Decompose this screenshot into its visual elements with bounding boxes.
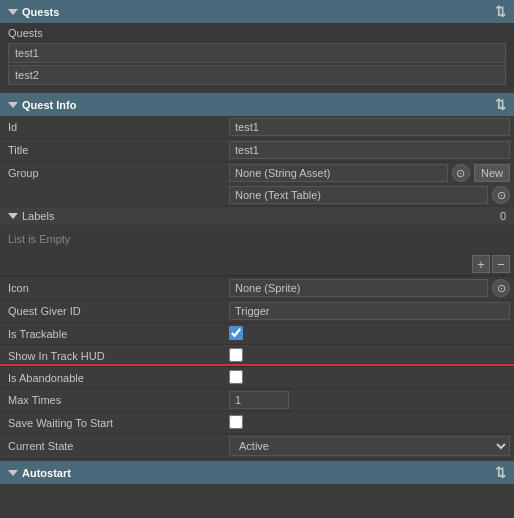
current-state-row: Current State Active [0,434,514,459]
show-in-track-hud-row: Show In Track HUD [0,345,514,367]
quest-info-sort-icon: ⇅ [495,97,506,112]
title-row: Title [0,139,514,162]
id-label: Id [0,118,225,136]
id-value [225,116,514,138]
quests-section-header[interactable]: Quests ⇅ [0,0,514,23]
title-label: Title [0,141,225,159]
labels-add-btn[interactable]: + [472,255,490,273]
save-waiting-to-start-value [225,413,514,433]
quest-giver-id-value [225,300,514,322]
group-text-table-text: None (Text Table) [229,186,488,204]
quest-item-1[interactable]: test1 [8,43,506,63]
show-in-track-hud-label: Show In Track HUD [0,347,225,365]
save-waiting-to-start-label: Save Waiting To Start [0,414,225,432]
max-times-value [225,389,514,411]
quests-collapse-icon [8,9,18,15]
group-string-asset-text: None (String Asset) [229,164,448,182]
group-text-table-row: None (Text Table) ⊙ [0,184,514,206]
labels-section: Labels 0 List is Empty + − [0,207,514,277]
icon-text: None (Sprite) [229,279,488,297]
quest-info-section: Quest Info ⇅ Id Title Group None (String… [0,93,514,459]
autostart-section: Autostart ⇅ [0,461,514,484]
group-text-table-pick-btn[interactable]: ⊙ [492,186,510,204]
save-waiting-to-start-checkbox[interactable] [229,415,243,429]
show-in-track-hud-value [225,346,514,366]
is-abandonable-label: Is Abandonable [0,369,225,387]
quests-list-label: Quests [8,27,506,39]
labels-header[interactable]: Labels 0 [0,207,514,225]
autostart-title: Autostart [22,467,71,479]
autostart-header[interactable]: Autostart ⇅ [0,461,514,484]
max-times-label: Max Times [0,391,225,409]
quest-info-collapse-icon [8,102,18,108]
id-input[interactable] [229,118,510,136]
max-times-input[interactable] [229,391,289,409]
quests-list: Quests test1 test2 [0,23,514,91]
quest-giver-id-input[interactable] [229,302,510,320]
is-abandonable-value [225,368,514,388]
current-state-select[interactable]: Active [229,436,510,456]
current-state-value: Active [225,434,514,458]
is-abandonable-checkbox[interactable] [229,370,243,384]
group-string-asset-field: None (String Asset) ⊙ New [225,162,514,184]
max-times-row: Max Times [0,389,514,412]
quests-sort-icon: ⇅ [495,4,506,19]
group-rows: Group None (String Asset) ⊙ New None (Te… [0,162,514,207]
labels-remove-btn[interactable]: − [492,255,510,273]
quests-section-title: Quests [22,6,59,18]
quest-info-title: Quest Info [22,99,76,111]
title-value [225,139,514,161]
current-state-label: Current State [0,437,225,455]
labels-collapse-icon [8,213,18,219]
is-trackable-checkbox[interactable] [229,326,243,340]
is-trackable-row: Is Trackable [0,323,514,345]
labels-empty-text: List is Empty [0,225,514,253]
autostart-sort-icon: ⇅ [495,465,506,480]
main-panel: Quests ⇅ Quests test1 test2 Quest Info ⇅… [0,0,514,484]
save-waiting-to-start-row: Save Waiting To Start [0,412,514,434]
icon-label: Icon [0,279,225,297]
autostart-collapse-icon [8,470,18,476]
group-string-asset-pick-btn[interactable]: ⊙ [452,164,470,182]
group-label-row: Group None (String Asset) ⊙ New [0,162,514,184]
labels-toolbar: + − [0,253,514,276]
group-new-btn[interactable]: New [474,164,510,182]
quest-giver-id-row: Quest Giver ID [0,300,514,323]
quest-item-2[interactable]: test2 [8,65,506,85]
quest-giver-id-label: Quest Giver ID [0,302,225,320]
quest-info-header[interactable]: Quest Info ⇅ [0,93,514,116]
is-abandonable-row: Is Abandonable [0,367,514,389]
quests-section: Quests ⇅ Quests test1 test2 [0,0,514,91]
labels-label: Labels [22,210,54,222]
icon-row: Icon None (Sprite) ⊙ [0,277,514,300]
icon-pick-btn[interactable]: ⊙ [492,279,510,297]
icon-value: None (Sprite) ⊙ [225,277,514,299]
title-input[interactable] [229,141,510,159]
is-trackable-label: Is Trackable [0,325,225,343]
show-in-track-hud-checkbox[interactable] [229,348,243,362]
id-row: Id [0,116,514,139]
group-text-table-field: None (Text Table) ⊙ [225,184,514,206]
is-trackable-value [225,324,514,344]
labels-count: 0 [500,210,506,222]
group-label: Group [0,164,225,182]
